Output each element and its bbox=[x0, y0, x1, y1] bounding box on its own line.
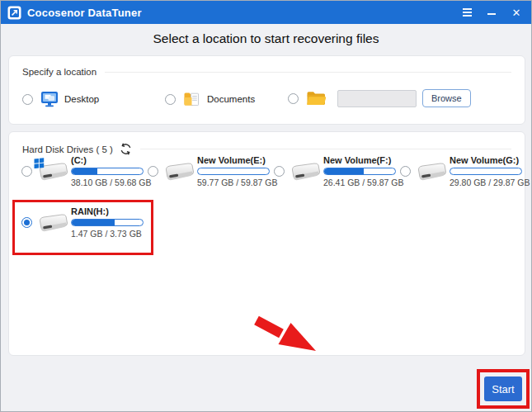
folder-path-input[interactable] bbox=[337, 90, 417, 107]
documents-icon bbox=[183, 91, 201, 107]
hard-drive-icon bbox=[413, 160, 446, 183]
drive-tile-h-selected[interactable]: RAIN(H:) 1.47 GB / 3.73 GB bbox=[21, 206, 148, 239]
browse-button[interactable]: Browse bbox=[422, 89, 471, 107]
drive-name: New Volume(G:) bbox=[450, 155, 530, 165]
documents-radio[interactable] bbox=[165, 94, 176, 105]
drive-g-radio[interactable] bbox=[400, 166, 411, 177]
drive-e-radio[interactable] bbox=[148, 166, 158, 177]
start-button[interactable]: Start bbox=[484, 376, 522, 401]
hard-drive-icon bbox=[35, 160, 68, 183]
drive-usage-bar bbox=[323, 168, 396, 175]
divider bbox=[105, 72, 511, 73]
drive-size: 59.77 GB / 59.87 GB bbox=[197, 178, 277, 187]
drive-tile-e[interactable]: New Volume(E:) 59.77 GB / 59.87 GB bbox=[148, 155, 274, 187]
hard-disk-drives-card: Hard Disk Drives ( 5 ) bbox=[8, 131, 525, 356]
drive-tile-c[interactable]: (C:) 38.10 GB / 59.68 GB bbox=[21, 155, 148, 187]
drive-size: 29.80 GB / 29.87 GB bbox=[450, 178, 530, 187]
desktop-radio[interactable] bbox=[22, 94, 33, 105]
hard-drive-icon bbox=[161, 160, 194, 183]
divider bbox=[140, 149, 511, 149]
drive-h-radio[interactable] bbox=[21, 217, 32, 228]
drive-tile-g[interactable]: New Volume(G:) 29.80 GB / 29.87 GB bbox=[400, 155, 526, 187]
drive-size: 26.41 GB / 59.87 GB bbox=[323, 178, 403, 187]
documents-label: Documents bbox=[207, 94, 255, 104]
drive-f-radio[interactable] bbox=[274, 166, 285, 177]
windows-logo-icon bbox=[34, 158, 45, 168]
drive-name: RAIN(H:) bbox=[71, 206, 144, 216]
drive-tile-f[interactable]: New Volume(F:) 26.41 GB / 59.87 GB bbox=[274, 155, 400, 187]
drive-size: 1.47 GB / 3.73 GB bbox=[71, 229, 144, 239]
folder-icon bbox=[306, 90, 326, 107]
hard-drive-icon bbox=[287, 160, 320, 183]
option-documents[interactable]: Documents bbox=[165, 91, 255, 107]
page-title: Select a location to start recovering fi… bbox=[1, 24, 531, 54]
window-title: Cocosenor DataTuner bbox=[27, 7, 142, 19]
drive-usage-bar bbox=[71, 168, 144, 175]
app-logo-icon bbox=[7, 6, 21, 20]
drive-name: (C:) bbox=[71, 155, 151, 165]
close-icon[interactable]: ✕ bbox=[508, 4, 525, 21]
desktop-label: Desktop bbox=[64, 94, 99, 104]
menu-icon[interactable] bbox=[459, 4, 475, 21]
drive-usage-bar bbox=[197, 168, 270, 175]
custom-folder-radio[interactable] bbox=[288, 93, 299, 104]
specify-location-label: Specify a location bbox=[22, 67, 97, 77]
drive-usage-bar bbox=[71, 219, 144, 226]
hard-drive-icon bbox=[35, 211, 68, 234]
desktop-icon bbox=[40, 91, 59, 107]
minimize-icon[interactable] bbox=[483, 4, 500, 21]
title-bar: Cocosenor DataTuner ✕ bbox=[1, 1, 531, 24]
option-desktop[interactable]: Desktop bbox=[22, 91, 99, 107]
specify-location-card: Specify a location Desktop bbox=[8, 55, 525, 125]
drive-usage-bar bbox=[450, 168, 522, 175]
drive-size: 38.10 GB / 59.68 GB bbox=[71, 178, 151, 187]
refresh-icon[interactable] bbox=[120, 143, 132, 155]
hard-disk-drives-label: Hard Disk Drives ( 5 ) bbox=[22, 144, 113, 154]
drive-name: New Volume(E:) bbox=[197, 155, 277, 165]
option-custom-folder[interactable]: Browse bbox=[288, 89, 471, 107]
drive-c-radio[interactable] bbox=[21, 166, 32, 177]
drive-name: New Volume(F:) bbox=[323, 155, 403, 165]
